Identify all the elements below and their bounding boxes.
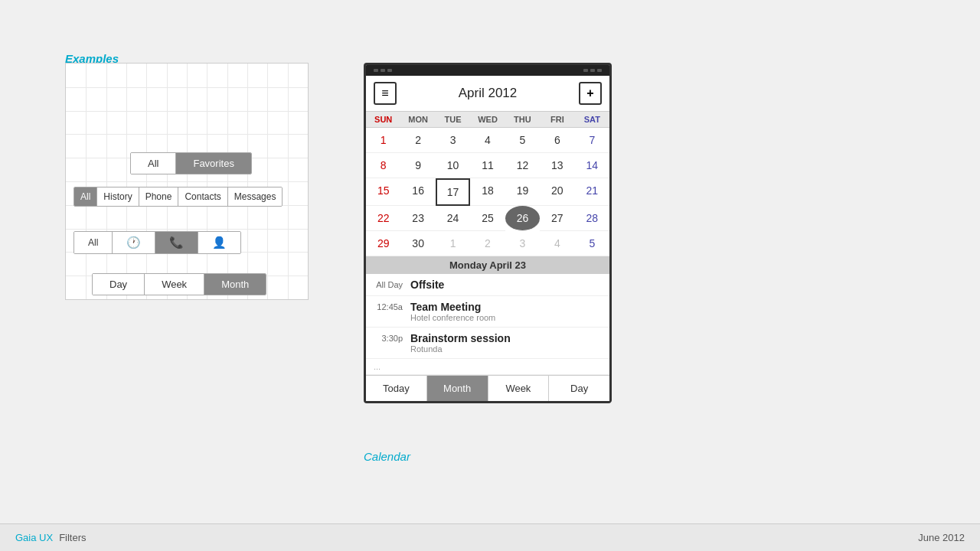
dow-sat: SAT bbox=[575, 112, 609, 127]
cal-nav-today[interactable]: Today bbox=[366, 376, 427, 401]
cal-day-23[interactable]: 23 bbox=[400, 206, 435, 231]
cal-event-info-meeting: Team Meeting Hotel conference room bbox=[410, 301, 495, 322]
cal-day-20[interactable]: 20 bbox=[540, 178, 574, 206]
cal-add-button[interactable]: + bbox=[579, 82, 602, 105]
cal-event-info-offsite: Offsite bbox=[410, 279, 444, 291]
cal-day-25[interactable]: 25 bbox=[470, 206, 505, 231]
phone-icon: 📞 bbox=[169, 236, 184, 249]
cal-day-19[interactable]: 19 bbox=[505, 178, 540, 206]
cal-day-21[interactable]: 21 bbox=[575, 178, 609, 206]
dow-tue: TUE bbox=[436, 112, 470, 127]
dow-fri: FRI bbox=[540, 112, 574, 127]
cal-event-time-brainstorm: 3:30p bbox=[374, 332, 403, 343]
filter-favorites-button[interactable]: Favorites bbox=[176, 153, 250, 174]
cal-day-7[interactable]: 7 bbox=[575, 128, 609, 153]
cal-day-4[interactable]: 4 bbox=[470, 128, 505, 153]
cal-event-partial: ... bbox=[366, 359, 609, 375]
cal-week-3: 15 16 17 18 19 20 21 bbox=[366, 178, 609, 206]
filter-history-btn[interactable]: History bbox=[97, 187, 139, 206]
cal-day-29[interactable]: 29 bbox=[366, 231, 400, 256]
cal-month-title: April 2012 bbox=[459, 86, 518, 101]
filter-clock-btn[interactable]: 🕐 bbox=[113, 232, 155, 253]
filter-month-btn[interactable]: Month bbox=[204, 274, 266, 295]
cal-day-15[interactable]: 15 bbox=[366, 178, 400, 206]
cal-nav-month[interactable]: Month bbox=[427, 376, 488, 401]
cal-day-22[interactable]: 22 bbox=[366, 206, 400, 231]
cal-events-header: Monday April 23 bbox=[366, 256, 609, 274]
cal-day-27[interactable]: 27 bbox=[540, 206, 574, 231]
calendar-label: Calendar bbox=[364, 450, 410, 463]
dow-mon: MON bbox=[400, 112, 435, 127]
cal-event-location-brainstorm: Rotunda bbox=[410, 344, 511, 354]
filter-all-icon-btn[interactable]: All bbox=[74, 232, 113, 253]
cal-day-9[interactable]: 9 bbox=[400, 153, 435, 178]
filter-all-button[interactable]: All bbox=[131, 153, 176, 174]
cal-bottom-nav: Today Month Week Day bbox=[366, 375, 609, 401]
cal-week-4: 22 23 24 25 26 27 28 bbox=[366, 206, 609, 231]
cal-day-13[interactable]: 13 bbox=[540, 153, 574, 178]
cal-day-next-4[interactable]: 4 bbox=[540, 231, 574, 256]
cal-event-location-meeting: Hotel conference room bbox=[410, 313, 495, 322]
filter-messages-btn[interactable]: Messages bbox=[228, 187, 283, 206]
filter-contacts-btn[interactable]: Contacts bbox=[178, 187, 227, 206]
filter-all-favorites: All Favorites bbox=[130, 152, 252, 174]
cal-week-2: 8 9 10 11 12 13 14 bbox=[366, 153, 609, 178]
filter-day-btn[interactable]: Day bbox=[93, 274, 145, 295]
cal-day-next-2[interactable]: 2 bbox=[470, 231, 505, 256]
cal-event-team-meeting[interactable]: 12:45a Team Meeting Hotel conference roo… bbox=[366, 296, 609, 328]
cal-day-26[interactable]: 26 bbox=[505, 206, 540, 231]
filter-phone-btn[interactable]: Phone bbox=[139, 187, 179, 206]
cal-day-3[interactable]: 3 bbox=[436, 128, 470, 153]
cal-day-14[interactable]: 14 bbox=[575, 153, 609, 178]
cal-day-30[interactable]: 30 bbox=[400, 231, 435, 256]
filter-phone-icon-btn[interactable]: 📞 bbox=[155, 232, 198, 253]
cal-day-10[interactable]: 10 bbox=[436, 153, 470, 178]
cal-day-17[interactable]: 17 bbox=[436, 178, 470, 206]
cal-week-1: 1 2 3 4 5 6 7 bbox=[366, 128, 609, 153]
cal-event-title-offsite: Offsite bbox=[410, 279, 444, 291]
clock-icon: 🕐 bbox=[126, 236, 141, 249]
cal-day-16[interactable]: 16 bbox=[400, 178, 435, 206]
cal-day-next-1[interactable]: 1 bbox=[436, 231, 470, 256]
cal-day-28[interactable]: 28 bbox=[575, 206, 609, 231]
filter-week-btn[interactable]: Week bbox=[145, 274, 204, 295]
cal-day-11[interactable]: 11 bbox=[470, 153, 505, 178]
cal-nav-week[interactable]: Week bbox=[488, 376, 550, 401]
cal-dow-row: SUN MON TUE WED THU FRI SAT bbox=[366, 112, 609, 128]
cal-event-allday[interactable]: All Day Offsite bbox=[366, 274, 609, 296]
topbar-left-dots bbox=[374, 69, 392, 72]
cal-day-18[interactable]: 18 bbox=[470, 178, 505, 206]
cal-header: ≡ April 2012 + bbox=[366, 76, 609, 112]
cal-day-6[interactable]: 6 bbox=[540, 128, 574, 153]
cal-day-24[interactable]: 24 bbox=[436, 206, 470, 231]
filter-history-group: All History Phone Contacts Messages bbox=[74, 187, 283, 207]
filter-all-btn[interactable]: All bbox=[74, 187, 97, 206]
cal-day-next-3[interactable]: 3 bbox=[505, 231, 540, 256]
cal-event-brainstorm[interactable]: 3:30p Brainstorm session Rotunda bbox=[366, 328, 609, 359]
dot-5 bbox=[590, 69, 595, 72]
dot-3 bbox=[387, 69, 392, 72]
cal-topbar bbox=[366, 65, 609, 76]
left-panel bbox=[65, 63, 309, 300]
cal-day-1[interactable]: 1 bbox=[366, 128, 400, 153]
dot-1 bbox=[374, 69, 378, 72]
topbar-right-dots bbox=[583, 69, 602, 72]
filter-icon-group: All 🕐 📞 👤 bbox=[74, 231, 241, 254]
cal-menu-button[interactable]: ≡ bbox=[374, 82, 397, 105]
bottom-bar: Gaia UX Filters June 2012 bbox=[0, 523, 980, 551]
dot-4 bbox=[583, 69, 588, 72]
dot-2 bbox=[381, 69, 385, 72]
cal-day-2[interactable]: 2 bbox=[400, 128, 435, 153]
dow-wed: WED bbox=[470, 112, 505, 127]
cal-day-8[interactable]: 8 bbox=[366, 153, 400, 178]
person-icon: 👤 bbox=[212, 236, 227, 249]
cal-nav-day[interactable]: Day bbox=[549, 376, 609, 401]
section-name: Filters bbox=[59, 532, 86, 543]
dow-sun: SUN bbox=[366, 112, 400, 127]
filter-person-btn[interactable]: 👤 bbox=[198, 232, 240, 253]
cal-day-next-5[interactable]: 5 bbox=[575, 231, 609, 256]
cal-day-12[interactable]: 12 bbox=[505, 153, 540, 178]
cal-event-time-allday: All Day bbox=[374, 279, 403, 289]
cal-week-5: 29 30 1 2 3 4 5 bbox=[366, 231, 609, 256]
cal-day-5[interactable]: 5 bbox=[505, 128, 540, 153]
